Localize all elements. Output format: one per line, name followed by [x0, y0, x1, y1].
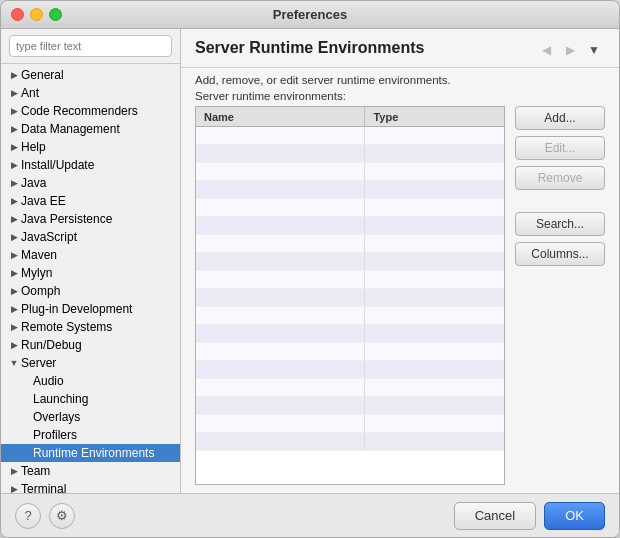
sidebar-item-general[interactable]: ▶General — [1, 66, 180, 84]
table-cell-type — [365, 271, 504, 288]
help-button[interactable]: ? — [15, 503, 41, 529]
table-row[interactable] — [196, 181, 504, 199]
expand-arrow-icon: ▼ — [9, 358, 19, 368]
minimize-button[interactable] — [30, 8, 43, 21]
table-cell-name — [196, 253, 365, 270]
table-cell-name — [196, 397, 365, 414]
table-cell-type — [365, 415, 504, 432]
table-row[interactable] — [196, 379, 504, 397]
sidebar-item-run-debug[interactable]: ▶Run/Debug — [1, 336, 180, 354]
sidebar-item-label: Mylyn — [21, 265, 52, 281]
table-row[interactable] — [196, 127, 504, 145]
header-toolbar: ◀ ▶ ▼ — [535, 39, 605, 61]
sidebar-item-runtime-environments[interactable]: Runtime Environments — [1, 444, 180, 462]
table-row[interactable] — [196, 217, 504, 235]
table-row[interactable] — [196, 361, 504, 379]
sidebar-item-plugin-dev[interactable]: ▶Plug-in Development — [1, 300, 180, 318]
table-cell-type — [365, 433, 504, 450]
sidebar-item-java-ee[interactable]: ▶Java EE — [1, 192, 180, 210]
table-cell-name — [196, 361, 365, 378]
panel-sublabel: Server runtime environments: — [181, 90, 619, 106]
table-cell-type — [365, 163, 504, 180]
sidebar-item-ant[interactable]: ▶Ant — [1, 84, 180, 102]
filter-input[interactable] — [9, 35, 172, 57]
preferences-icon-button[interactable]: ⚙ — [49, 503, 75, 529]
sidebar-item-code-recommenders[interactable]: ▶Code Recommenders — [1, 102, 180, 120]
table-row[interactable] — [196, 163, 504, 181]
panel-header: Server Runtime Environments ◀ ▶ ▼ — [181, 29, 619, 68]
table-row[interactable] — [196, 235, 504, 253]
table-row[interactable] — [196, 145, 504, 163]
sidebar-item-label: Java — [21, 175, 46, 191]
forward-button[interactable]: ▶ — [559, 39, 581, 61]
table-row[interactable] — [196, 433, 504, 451]
sidebar-item-profilers[interactable]: Profilers — [1, 426, 180, 444]
table-row[interactable] — [196, 325, 504, 343]
table-cell-name — [196, 163, 365, 180]
no-arrow-icon — [21, 376, 31, 386]
sidebar-item-java-persistence[interactable]: ▶Java Persistence — [1, 210, 180, 228]
columns-button[interactable]: Columns... — [515, 242, 605, 266]
table-row[interactable] — [196, 397, 504, 415]
sidebar-item-mylyn[interactable]: ▶Mylyn — [1, 264, 180, 282]
close-button[interactable] — [11, 8, 24, 21]
cancel-button[interactable]: Cancel — [454, 502, 536, 530]
maximize-button[interactable] — [49, 8, 62, 21]
edit-button[interactable]: Edit... — [515, 136, 605, 160]
ok-button[interactable]: OK — [544, 502, 605, 530]
expand-arrow-icon: ▶ — [9, 196, 19, 206]
table-row[interactable] — [196, 415, 504, 433]
sidebar-item-help[interactable]: ▶Help — [1, 138, 180, 156]
expand-arrow-icon: ▶ — [9, 214, 19, 224]
add-button[interactable]: Add... — [515, 106, 605, 130]
table-row[interactable] — [196, 289, 504, 307]
table-row[interactable] — [196, 253, 504, 271]
sidebar-item-oomph[interactable]: ▶Oomph — [1, 282, 180, 300]
expand-arrow-icon: ▶ — [9, 88, 19, 98]
expand-arrow-icon: ▶ — [9, 322, 19, 332]
sidebar-item-remote-systems[interactable]: ▶Remote Systems — [1, 318, 180, 336]
table-cell-name — [196, 415, 365, 432]
back-button[interactable]: ◀ — [535, 39, 557, 61]
sidebar-item-launching[interactable]: Launching — [1, 390, 180, 408]
sidebar-item-overlays[interactable]: Overlays — [1, 408, 180, 426]
sidebar-item-javascript[interactable]: ▶JavaScript — [1, 228, 180, 246]
sidebar-item-data-management[interactable]: ▶Data Management — [1, 120, 180, 138]
sidebar-item-label: Data Management — [21, 121, 120, 137]
toolbar-dropdown[interactable]: ▼ — [583, 39, 605, 61]
search-button[interactable]: Search... — [515, 212, 605, 236]
table-cell-name — [196, 325, 365, 342]
table-row[interactable] — [196, 343, 504, 361]
sidebar-item-server[interactable]: ▼Server — [1, 354, 180, 372]
sidebar-item-maven[interactable]: ▶Maven — [1, 246, 180, 264]
expand-arrow-icon: ▶ — [9, 124, 19, 134]
sidebar-item-terminal[interactable]: ▶Terminal — [1, 480, 180, 493]
table-cell-type — [365, 325, 504, 342]
sidebar-item-label: JavaScript — [21, 229, 77, 245]
sidebar-item-label: Maven — [21, 247, 57, 263]
sidebar-item-team[interactable]: ▶Team — [1, 462, 180, 480]
table-row[interactable] — [196, 199, 504, 217]
expand-arrow-icon: ▶ — [9, 178, 19, 188]
sidebar-item-label: Plug-in Development — [21, 301, 132, 317]
sidebar-item-label: Code Recommenders — [21, 103, 138, 119]
table-cell-type — [365, 307, 504, 324]
runtime-table: Name Type — [195, 106, 505, 485]
remove-button[interactable]: Remove — [515, 166, 605, 190]
table-cell-type — [365, 289, 504, 306]
column-name: Name — [196, 107, 365, 126]
table-cell-type — [365, 127, 504, 144]
sidebar-item-label: Oomph — [21, 283, 60, 299]
sidebar-item-install-update[interactable]: ▶Install/Update — [1, 156, 180, 174]
table-row[interactable] — [196, 271, 504, 289]
table-header: Name Type — [196, 107, 504, 127]
table-row[interactable] — [196, 307, 504, 325]
window-controls — [11, 8, 62, 21]
sidebar-item-java[interactable]: ▶Java — [1, 174, 180, 192]
tree-list: ▶General▶Ant▶Code Recommenders▶Data Mana… — [1, 64, 180, 493]
table-cell-name — [196, 199, 365, 216]
table-cell-name — [196, 433, 365, 450]
sidebar-item-audio[interactable]: Audio — [1, 372, 180, 390]
sidebar-item-label: Audio — [33, 373, 64, 389]
table-cell-name — [196, 127, 365, 144]
